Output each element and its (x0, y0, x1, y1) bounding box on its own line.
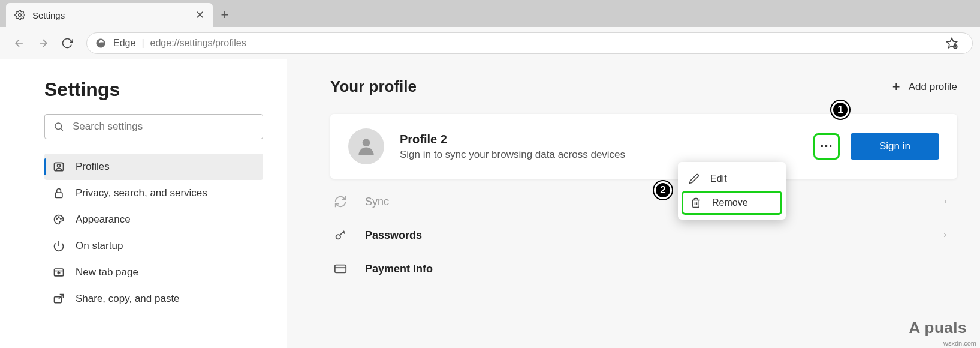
sidebar-item-label: New tab page (76, 266, 138, 278)
svg-rect-14 (335, 265, 346, 273)
more-options-button[interactable]: ··· (813, 133, 840, 160)
profile-name: Profile 2 (400, 133, 813, 146)
svg-point-13 (336, 235, 340, 239)
sidebar-item-label: Appearance (76, 214, 131, 226)
sidebar-item-profiles[interactable]: Profiles (44, 154, 263, 180)
setting-sync[interactable]: Sync (330, 185, 957, 218)
address-url: edge://settings/profiles (150, 38, 246, 49)
menu-remove[interactable]: Remove (682, 191, 782, 215)
sidebar-item-label: Privacy, search, and services (76, 187, 207, 199)
plus-icon: + (892, 79, 900, 95)
svg-point-9 (61, 218, 62, 220)
svg-rect-6 (55, 193, 62, 197)
chevron-right-icon (942, 198, 949, 205)
svg-point-0 (19, 14, 22, 17)
annotation-badge-2: 2 (654, 181, 672, 199)
avatar (348, 128, 384, 164)
address-app-name: Edge (113, 38, 135, 49)
sidebar-item-share[interactable]: Share, copy, and paste (44, 286, 263, 312)
source-watermark: wsxdn.com (943, 340, 976, 347)
browser-tab[interactable]: Settings ✕ (6, 3, 213, 27)
edge-logo-icon (95, 38, 106, 49)
card-icon (334, 262, 347, 275)
refresh-button[interactable] (55, 31, 79, 55)
signin-button[interactable]: Sign in (851, 133, 939, 160)
profile-text: Profile 2 Sign in to sync your browsing … (400, 133, 813, 161)
sidebar-item-label: On startup (76, 240, 123, 252)
new-tab-button[interactable]: + (213, 3, 237, 27)
toolbar: Edge | edge://settings/profiles (0, 27, 980, 59)
menu-edit-label: Edit (710, 173, 727, 184)
svg-point-7 (56, 218, 58, 220)
setting-passwords-label: Passwords (365, 229, 942, 242)
sidebar-item-newtab[interactable]: New tab page (44, 259, 263, 286)
sidebar-title: Settings (44, 79, 258, 101)
annotation-badge-1: 1 (831, 101, 849, 119)
setting-sync-label: Sync (365, 196, 942, 208)
profile-subtext: Sign in to sync your browsing data acros… (400, 149, 813, 161)
palette-icon (53, 214, 65, 226)
setting-payment[interactable]: Payment info (330, 252, 957, 286)
add-profile-button[interactable]: + Add profile (892, 79, 957, 95)
menu-remove-label: Remove (712, 197, 748, 208)
gear-icon (14, 10, 25, 20)
sidebar-item-label: Profiles (76, 161, 110, 173)
sidebar-item-label: Share, copy, and paste (76, 293, 180, 305)
address-bar[interactable]: Edge | edge://settings/profiles (86, 32, 973, 54)
svg-point-3 (55, 123, 62, 130)
profile-card: Profile 2 Sign in to sync your browsing … (330, 114, 957, 179)
share-icon (53, 293, 65, 305)
power-icon (53, 240, 65, 252)
profile-context-menu: Edit Remove (678, 162, 786, 220)
brand-watermark: A puals (909, 319, 967, 337)
setting-payment-label: Payment info (365, 263, 949, 275)
tab-title: Settings (32, 10, 195, 20)
tab-strip: Settings ✕ + (0, 0, 980, 27)
sidebar-item-startup[interactable]: On startup (44, 233, 263, 259)
sidebar-item-appearance[interactable]: Appearance (44, 206, 263, 233)
setting-passwords[interactable]: Passwords (330, 218, 957, 252)
profile-icon (53, 161, 65, 173)
new-tab-icon (53, 266, 65, 278)
svg-point-5 (58, 164, 61, 167)
search-settings-box[interactable] (44, 114, 263, 139)
close-tab-button[interactable]: ✕ (195, 8, 204, 22)
settings-sidebar: Settings Profiles Privacy, search, and s… (0, 59, 287, 348)
address-separator: | (141, 38, 144, 49)
trash-icon (690, 197, 701, 208)
svg-point-8 (58, 217, 59, 218)
chevron-right-icon (942, 232, 949, 239)
search-input[interactable] (73, 121, 254, 133)
lock-icon (53, 187, 65, 199)
favorite-button[interactable] (940, 31, 964, 55)
search-icon (53, 121, 64, 132)
sidebar-item-privacy[interactable]: Privacy, search, and services (44, 180, 263, 206)
menu-edit[interactable]: Edit (682, 167, 782, 191)
main-header: Your profile + Add profile (330, 77, 957, 96)
svg-point-12 (363, 139, 370, 146)
main-pane: Your profile + Add profile Profile 2 Sig… (287, 59, 980, 348)
add-profile-label: Add profile (909, 81, 957, 93)
page-title: Your profile (330, 77, 417, 96)
key-icon (334, 229, 347, 242)
pencil-icon (689, 173, 699, 184)
sync-icon (334, 195, 347, 208)
content-area: Settings Profiles Privacy, search, and s… (0, 59, 980, 348)
forward-button[interactable] (31, 31, 55, 55)
back-button[interactable] (7, 31, 31, 55)
